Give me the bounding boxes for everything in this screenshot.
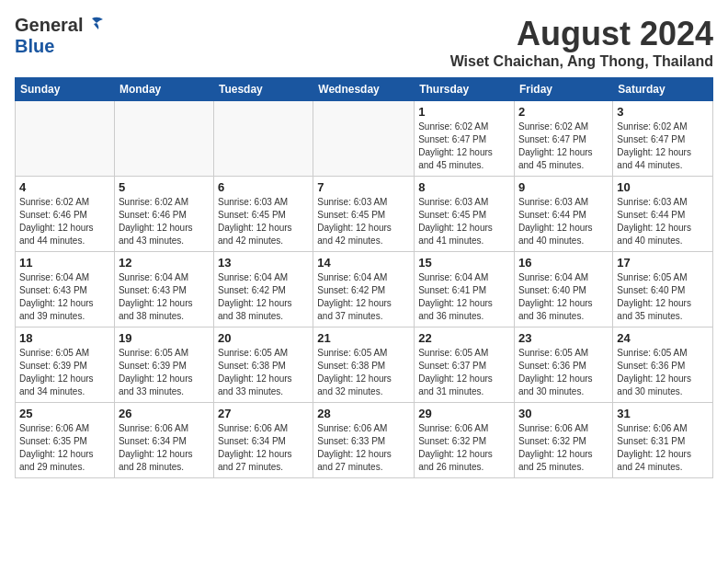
day-cell: 6Sunrise: 6:03 AM Sunset: 6:45 PM Daylig…: [213, 177, 313, 252]
day-info: Sunrise: 6:06 AM Sunset: 6:34 PM Dayligh…: [218, 422, 309, 474]
day-number: 27: [218, 407, 309, 420]
day-number: 19: [119, 331, 210, 345]
logo-bird-icon: [85, 15, 105, 35]
day-number: 8: [418, 180, 510, 194]
day-info: Sunrise: 6:04 AM Sunset: 6:40 PM Dayligh…: [518, 271, 609, 323]
day-info: Sunrise: 6:02 AM Sunset: 6:47 PM Dayligh…: [518, 121, 609, 172]
day-info: Sunrise: 6:03 AM Sunset: 6:44 PM Dayligh…: [617, 196, 709, 247]
day-number: 15: [418, 256, 510, 270]
day-number: 13: [218, 256, 309, 270]
day-cell: [16, 101, 115, 177]
day-number: 21: [317, 331, 410, 345]
header-monday: Monday: [114, 78, 213, 101]
day-info: Sunrise: 6:05 AM Sunset: 6:36 PM Dayligh…: [617, 347, 709, 398]
day-info: Sunrise: 6:05 AM Sunset: 6:39 PM Dayligh…: [119, 347, 210, 398]
logo-blue: Blue: [15, 36, 54, 56]
calendar-table: SundayMondayTuesdayWednesdayThursdayFrid…: [15, 77, 713, 478]
header-saturday: Saturday: [613, 78, 713, 101]
day-number: 17: [617, 256, 709, 270]
day-info: Sunrise: 6:04 AM Sunset: 6:43 PM Dayligh…: [19, 271, 110, 323]
day-info: Sunrise: 6:05 AM Sunset: 6:37 PM Dayligh…: [418, 347, 510, 398]
day-number: 14: [317, 256, 410, 270]
day-number: 18: [19, 331, 110, 345]
day-cell: 11Sunrise: 6:04 AM Sunset: 6:43 PM Dayli…: [16, 252, 115, 327]
day-cell: 25Sunrise: 6:06 AM Sunset: 6:35 PM Dayli…: [16, 403, 115, 478]
calendar-header-row: SundayMondayTuesdayWednesdayThursdayFrid…: [16, 78, 713, 101]
day-cell: 7Sunrise: 6:03 AM Sunset: 6:45 PM Daylig…: [313, 177, 415, 252]
day-cell: 12Sunrise: 6:04 AM Sunset: 6:43 PM Dayli…: [114, 252, 213, 327]
header: General Blue August 2024 Wiset Chaichan,…: [15, 15, 713, 70]
day-info: Sunrise: 6:04 AM Sunset: 6:42 PM Dayligh…: [218, 271, 309, 323]
day-info: Sunrise: 6:03 AM Sunset: 6:45 PM Dayligh…: [418, 196, 510, 247]
day-info: Sunrise: 6:05 AM Sunset: 6:40 PM Dayligh…: [617, 271, 709, 323]
week-row-3: 11Sunrise: 6:04 AM Sunset: 6:43 PM Dayli…: [16, 252, 713, 327]
day-cell: [313, 101, 415, 177]
day-info: Sunrise: 6:04 AM Sunset: 6:41 PM Dayligh…: [418, 271, 510, 323]
header-thursday: Thursday: [415, 78, 515, 101]
day-cell: 14Sunrise: 6:04 AM Sunset: 6:42 PM Dayli…: [313, 252, 415, 327]
day-cell: [114, 101, 213, 177]
day-number: 29: [418, 407, 510, 420]
day-info: Sunrise: 6:02 AM Sunset: 6:47 PM Dayligh…: [617, 121, 709, 172]
day-cell: 4Sunrise: 6:02 AM Sunset: 6:46 PM Daylig…: [16, 177, 115, 252]
day-cell: 5Sunrise: 6:02 AM Sunset: 6:46 PM Daylig…: [114, 177, 213, 252]
logo: General Blue: [15, 15, 105, 57]
location-subtitle: Wiset Chaichan, Ang Thong, Thailand: [450, 53, 713, 70]
header-tuesday: Tuesday: [213, 78, 313, 101]
day-number: 2: [518, 105, 609, 119]
day-cell: 3Sunrise: 6:02 AM Sunset: 6:47 PM Daylig…: [613, 101, 713, 177]
day-number: 24: [617, 331, 709, 345]
day-cell: 22Sunrise: 6:05 AM Sunset: 6:37 PM Dayli…: [415, 327, 515, 403]
logo-general: General: [15, 15, 83, 36]
day-info: Sunrise: 6:06 AM Sunset: 6:32 PM Dayligh…: [418, 422, 510, 474]
day-info: Sunrise: 6:05 AM Sunset: 6:36 PM Dayligh…: [518, 347, 609, 398]
day-info: Sunrise: 6:06 AM Sunset: 6:33 PM Dayligh…: [317, 422, 410, 474]
day-info: Sunrise: 6:02 AM Sunset: 6:47 PM Dayligh…: [418, 121, 510, 172]
day-number: 20: [218, 331, 309, 345]
header-sunday: Sunday: [16, 78, 115, 101]
week-row-1: 1Sunrise: 6:02 AM Sunset: 6:47 PM Daylig…: [16, 101, 713, 177]
header-friday: Friday: [515, 78, 613, 101]
day-info: Sunrise: 6:02 AM Sunset: 6:46 PM Dayligh…: [119, 196, 210, 247]
day-number: 28: [317, 407, 410, 420]
day-cell: 16Sunrise: 6:04 AM Sunset: 6:40 PM Dayli…: [515, 252, 613, 327]
day-cell: 15Sunrise: 6:04 AM Sunset: 6:41 PM Dayli…: [415, 252, 515, 327]
day-cell: 31Sunrise: 6:06 AM Sunset: 6:31 PM Dayli…: [613, 403, 713, 478]
day-number: 10: [617, 180, 709, 194]
day-number: 9: [518, 180, 609, 194]
day-info: Sunrise: 6:05 AM Sunset: 6:38 PM Dayligh…: [218, 347, 309, 398]
day-info: Sunrise: 6:06 AM Sunset: 6:31 PM Dayligh…: [617, 422, 709, 474]
day-number: 6: [218, 180, 309, 194]
day-number: 22: [418, 331, 510, 345]
day-cell: 8Sunrise: 6:03 AM Sunset: 6:45 PM Daylig…: [415, 177, 515, 252]
day-number: 16: [518, 256, 609, 270]
day-cell: 18Sunrise: 6:05 AM Sunset: 6:39 PM Dayli…: [16, 327, 115, 403]
day-info: Sunrise: 6:03 AM Sunset: 6:45 PM Dayligh…: [317, 196, 410, 247]
day-number: 12: [119, 256, 210, 270]
day-number: 1: [418, 105, 510, 119]
week-row-5: 25Sunrise: 6:06 AM Sunset: 6:35 PM Dayli…: [16, 403, 713, 478]
day-cell: [213, 101, 313, 177]
day-cell: 21Sunrise: 6:05 AM Sunset: 6:38 PM Dayli…: [313, 327, 415, 403]
day-number: 11: [19, 256, 110, 270]
day-info: Sunrise: 6:04 AM Sunset: 6:42 PM Dayligh…: [317, 271, 410, 323]
month-title: August 2024: [450, 15, 713, 53]
day-cell: 26Sunrise: 6:06 AM Sunset: 6:34 PM Dayli…: [114, 403, 213, 478]
day-cell: 29Sunrise: 6:06 AM Sunset: 6:32 PM Dayli…: [415, 403, 515, 478]
day-cell: 23Sunrise: 6:05 AM Sunset: 6:36 PM Dayli…: [515, 327, 613, 403]
day-cell: 10Sunrise: 6:03 AM Sunset: 6:44 PM Dayli…: [613, 177, 713, 252]
day-number: 30: [518, 407, 609, 420]
day-cell: 20Sunrise: 6:05 AM Sunset: 6:38 PM Dayli…: [213, 327, 313, 403]
week-row-4: 18Sunrise: 6:05 AM Sunset: 6:39 PM Dayli…: [16, 327, 713, 403]
day-number: 26: [119, 407, 210, 420]
day-cell: 9Sunrise: 6:03 AM Sunset: 6:44 PM Daylig…: [515, 177, 613, 252]
header-wednesday: Wednesday: [313, 78, 415, 101]
day-number: 25: [19, 407, 110, 420]
day-cell: 30Sunrise: 6:06 AM Sunset: 6:32 PM Dayli…: [515, 403, 613, 478]
day-info: Sunrise: 6:05 AM Sunset: 6:38 PM Dayligh…: [317, 347, 410, 398]
day-info: Sunrise: 6:06 AM Sunset: 6:34 PM Dayligh…: [119, 422, 210, 474]
day-number: 4: [19, 180, 110, 194]
day-number: 31: [617, 407, 709, 420]
day-cell: 19Sunrise: 6:05 AM Sunset: 6:39 PM Dayli…: [114, 327, 213, 403]
day-number: 7: [317, 180, 410, 194]
